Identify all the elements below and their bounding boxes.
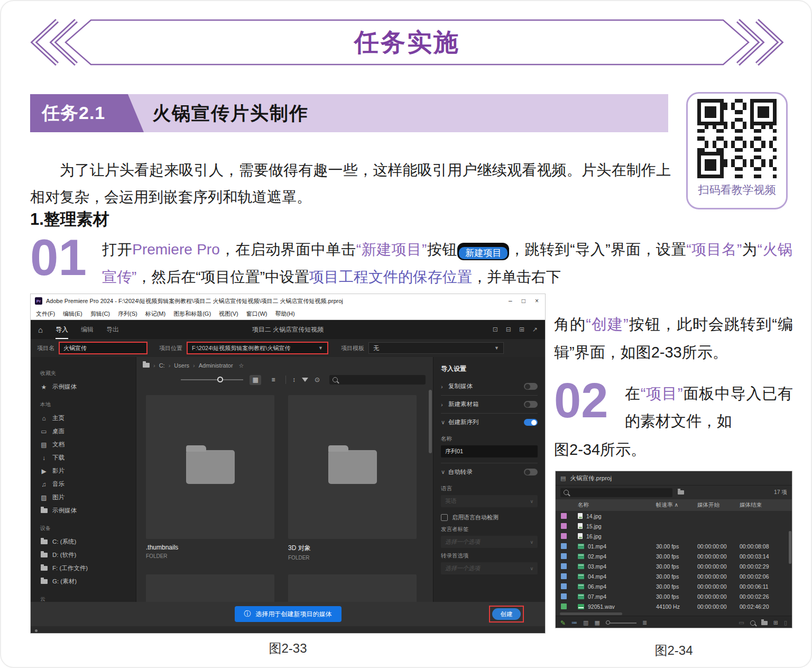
sidebar-item-videos[interactable]: ▶影片 — [40, 464, 136, 478]
project-search-input[interactable] — [560, 488, 672, 497]
folder-tile-partial[interactable] — [146, 574, 274, 602]
workspace-icon[interactable]: ⊞ — [519, 326, 524, 333]
maximize-button[interactable]: □ — [522, 297, 525, 305]
table-row[interactable]: 01.mp430.00 fps00:00:00:0000:00:08:08 — [556, 541, 792, 551]
label-chip[interactable] — [561, 543, 567, 549]
create-button[interactable]: 创建 — [492, 608, 521, 620]
folder-tile-thumbnails[interactable]: .thumbnails FOLDER — [146, 395, 274, 561]
project-template-select[interactable]: 无▼ — [368, 342, 504, 354]
sidebar-item-downloads[interactable]: ↓下载 — [40, 451, 136, 464]
sidebar-item-drive-f[interactable]: F: (工作文件) — [40, 562, 136, 575]
bin-icon[interactable] — [678, 490, 684, 495]
table-row[interactable]: 07.mp430.00 fps00:00:00:0000:00:02:26 — [556, 591, 792, 601]
table-row[interactable]: 06.mp430.00 fps00:00:00:0000:00:06:11 — [556, 581, 792, 591]
quick-export-icon[interactable]: ⊟ — [506, 326, 511, 333]
breadcrumb-users[interactable]: Users — [174, 362, 189, 369]
icon-view-icon[interactable]: ▥ — [583, 619, 588, 626]
label-chip[interactable] — [561, 563, 567, 569]
menu-view[interactable]: 视图(V) — [219, 310, 238, 318]
menu-file[interactable]: 文件(F) — [36, 310, 55, 318]
label-chip[interactable] — [561, 603, 567, 609]
table-row[interactable]: 14.jpg — [556, 511, 792, 521]
project-location-select[interactable]: F:\2024\短视频剪辑案例教程\火锅宣传▼ — [187, 342, 328, 354]
sidebar-item-pictures[interactable]: ▨图片 — [40, 491, 136, 504]
sidebar-item-documents[interactable]: ▤文档 — [40, 438, 136, 451]
favorite-star-icon[interactable]: ☆ — [239, 362, 244, 369]
folder-tile-partial[interactable] — [288, 574, 417, 602]
home-icon[interactable]: ⌂ — [38, 325, 43, 334]
thumbnail-size-slider[interactable] — [606, 623, 636, 624]
trash-icon[interactable]: ▯ — [784, 619, 787, 626]
vertical-scrollbar[interactable] — [429, 390, 432, 453]
table-row[interactable]: 04.mp430.00 fps00:00:00:0000:00:02:06 — [556, 571, 792, 581]
breadcrumb-drive[interactable]: C: — [159, 362, 165, 369]
copy-media-row[interactable]: › 复制媒体 — [441, 378, 538, 395]
sequence-name-input[interactable]: 序列01 — [441, 445, 538, 457]
label-chip[interactable] — [561, 553, 567, 559]
zoom-slider-knob[interactable] — [217, 377, 223, 382]
new-bin-toggle[interactable] — [524, 401, 538, 408]
label-chip[interactable] — [561, 513, 567, 519]
new-sequence-row[interactable]: ∨ 创建新序列 — [441, 413, 538, 431]
auto-detect-row[interactable]: 启用语言自动检测 — [441, 514, 538, 521]
thumbnail-zoom-slider[interactable] — [181, 379, 243, 380]
menu-clip[interactable]: 剪辑(C) — [90, 310, 110, 318]
sort-icon[interactable]: ↕ — [292, 376, 296, 383]
new-item-icon[interactable]: ⊞ — [773, 619, 778, 626]
vertical-scrollbar[interactable] — [789, 531, 791, 564]
table-row[interactable]: 92051.wav44100 Hz00:00:00:0000:02:46:20 — [556, 601, 792, 611]
transcribe-toggle[interactable] — [524, 469, 538, 475]
label-chip[interactable] — [561, 573, 567, 579]
slider-knob[interactable] — [606, 620, 610, 625]
checkbox-icon[interactable] — [441, 514, 448, 521]
freeform-view-icon[interactable]: ▦ — [594, 619, 599, 626]
tab-edit[interactable]: 编辑 — [81, 321, 94, 339]
transcribe-pref-select[interactable]: 选择一个选项∨ — [441, 562, 538, 574]
table-row[interactable]: 02.mp430.00 fps00:00:00:0000:00:03:14 — [556, 551, 792, 561]
preview-eye-icon[interactable]: ⊙ — [315, 376, 320, 383]
menu-sequence[interactable]: 序列(S) — [118, 310, 137, 318]
table-row[interactable]: 03.mp430.00 fps00:00:00:0000:00:02:29 — [556, 561, 792, 571]
copy-media-toggle[interactable] — [524, 383, 538, 390]
new-sequence-toggle[interactable] — [524, 419, 538, 426]
table-row[interactable]: 15.jpg — [556, 521, 792, 531]
file-search-input[interactable] — [329, 375, 426, 385]
sidebar-item-drive-c[interactable]: C: (系统) — [40, 535, 136, 548]
label-chip[interactable] — [561, 523, 567, 529]
menu-help[interactable]: 帮助(H) — [275, 310, 294, 318]
minimize-button[interactable]: – — [509, 297, 512, 305]
sort-options-icon[interactable]: ≣ — [642, 619, 647, 626]
new-bin-row[interactable]: › 新建素材箱 — [441, 395, 538, 413]
filter-icon[interactable] — [302, 378, 308, 382]
column-media-start[interactable]: 媒体开始 — [697, 501, 740, 509]
automate-icon[interactable]: ▭ — [739, 619, 744, 626]
sidebar-item-desktop[interactable]: ▭桌面 — [40, 425, 136, 438]
project-name-input[interactable]: 火锅宣传 — [59, 342, 147, 354]
tab-export[interactable]: 导出 — [106, 321, 119, 339]
speaker-select[interactable]: 选择一个选项∨ — [441, 536, 538, 548]
new-bin-icon[interactable] — [761, 621, 768, 625]
tab-import[interactable]: 导入 — [56, 321, 68, 339]
sidebar-item-home[interactable]: ⌂主页 — [40, 411, 136, 425]
sidebar-item-sample-media[interactable]: 示例媒体 — [40, 504, 136, 517]
sidebar-item-music[interactable]: ♫音乐 — [40, 478, 136, 491]
transcribe-row[interactable]: ∨ 自动转录 — [441, 463, 538, 481]
edit-pencil-icon[interactable]: ✎ — [560, 619, 566, 627]
grid-view-button[interactable]: ▦ — [250, 375, 261, 385]
find-icon[interactable] — [750, 620, 755, 626]
label-chip[interactable] — [561, 533, 567, 539]
horizontal-scrollbar[interactable] — [556, 611, 792, 616]
column-name[interactable]: 名称 — [556, 501, 656, 509]
label-chip[interactable] — [561, 593, 567, 599]
menu-graphics[interactable]: 图形和标题(G) — [173, 310, 211, 318]
fullscreen-icon[interactable]: ↗ — [532, 326, 538, 333]
table-row[interactable]: 16.jpg — [556, 531, 792, 541]
sidebar-item-drive-g[interactable]: G: (素材) — [40, 575, 136, 588]
progress-icon[interactable]: ⊡ — [493, 326, 498, 333]
sidebar-item-sample-media-fav[interactable]: ★示例媒体 — [40, 380, 136, 394]
sidebar-item-drive-d[interactable]: D: (软件) — [40, 548, 136, 562]
list-view-icon[interactable]: ≔ — [571, 619, 577, 626]
close-button[interactable]: × — [535, 297, 539, 305]
menu-markers[interactable]: 标记(M) — [145, 310, 166, 318]
breadcrumb-administrator[interactable]: Administrator — [199, 362, 233, 369]
